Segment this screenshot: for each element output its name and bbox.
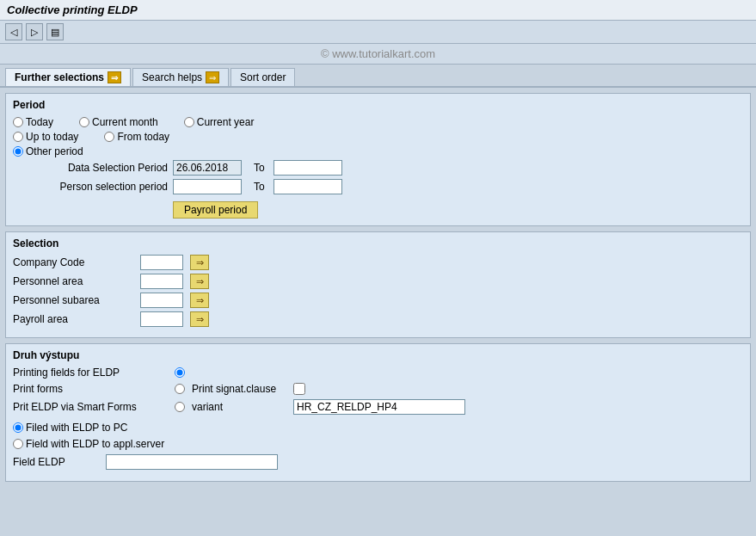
tab-bar: Further selections ⇒ Search helps ⇒ Sort… bbox=[0, 65, 756, 88]
personnel-subarea-arrow-button[interactable]: ⇒ bbox=[190, 293, 209, 308]
print-signat-checkbox[interactable] bbox=[293, 383, 305, 395]
company-code-row: Company Code ⇒ bbox=[13, 255, 743, 270]
print-forms-label: Print forms bbox=[13, 383, 168, 395]
personnel-area-arrow-button[interactable]: ⇒ bbox=[190, 274, 209, 289]
data-selection-from-input[interactable] bbox=[173, 160, 242, 176]
person-selection-to-input[interactable] bbox=[274, 179, 342, 194]
tab-further-selections[interactable]: Further selections ⇒ bbox=[5, 68, 131, 86]
print-forms-row: Print forms Print signat.clause bbox=[13, 383, 743, 395]
tab-sort-order-label: Sort order bbox=[240, 71, 286, 83]
title-bar: Collective printing ELDP bbox=[0, 0, 756, 21]
variant-label: variant bbox=[192, 401, 286, 413]
from-today-radio[interactable] bbox=[104, 132, 114, 142]
person-selection-from-input[interactable] bbox=[173, 179, 242, 194]
prit-smart-forms-label: Prit ELDP via Smart Forms bbox=[13, 401, 168, 413]
personnel-area-label: Personnel area bbox=[13, 275, 133, 287]
printing-fields-label: Printing fields for ELDP bbox=[13, 367, 168, 379]
smart-forms-radio[interactable] bbox=[175, 402, 185, 412]
personnel-subarea-label: Personnel subarea bbox=[13, 294, 133, 306]
filed-pc-radio[interactable] bbox=[13, 422, 23, 433]
payroll-area-input[interactable] bbox=[140, 311, 183, 327]
current-year-radio-label[interactable]: Current year bbox=[184, 116, 255, 128]
smart-forms-row: Prit ELDP via Smart Forms variant bbox=[13, 399, 743, 415]
field-appl-radio[interactable] bbox=[13, 439, 23, 449]
payroll-area-row: Payroll area ⇒ bbox=[13, 311, 743, 327]
tab-search-helps[interactable]: Search helps ⇒ bbox=[132, 68, 229, 86]
personnel-subarea-input[interactable] bbox=[140, 293, 183, 308]
current-month-radio[interactable] bbox=[79, 117, 89, 127]
person-selection-row: Person selection period To bbox=[30, 179, 743, 194]
main-content: Period Today Current month Current year … bbox=[0, 88, 756, 492]
field-appl-label: Field with ELDP to appl.server bbox=[26, 438, 164, 450]
tab-sort-order[interactable]: Sort order bbox=[230, 68, 295, 86]
from-today-radio-label[interactable]: From today bbox=[104, 131, 169, 143]
to-label-1: To bbox=[254, 162, 265, 174]
period-section-title: Period bbox=[13, 99, 743, 111]
from-today-label: From today bbox=[117, 131, 169, 143]
company-code-arrow-button[interactable]: ⇒ bbox=[190, 255, 209, 270]
today-label: Today bbox=[26, 116, 53, 128]
current-month-radio-label[interactable]: Current month bbox=[79, 116, 158, 128]
other-period-row: Other period bbox=[13, 145, 743, 157]
field-eldp-input[interactable] bbox=[106, 454, 278, 470]
filed-pc-row: Filed with ELDP to PC bbox=[13, 422, 743, 434]
personnel-area-input[interactable] bbox=[140, 274, 183, 289]
data-selection-row: Data Selection Period To bbox=[30, 160, 743, 176]
selection-section: Selection Company Code ⇒ Personnel area … bbox=[5, 231, 751, 338]
payroll-area-label: Payroll area bbox=[13, 313, 133, 325]
back-icon[interactable]: ◁ bbox=[5, 23, 22, 40]
other-period-radio-label[interactable]: Other period bbox=[13, 145, 83, 157]
tab-search-helps-label: Search helps bbox=[142, 71, 202, 83]
period-radio-row1: Today Current month Current year bbox=[13, 116, 743, 128]
selection-section-title: Selection bbox=[13, 237, 743, 250]
output-section-title: Druh výstupu bbox=[13, 349, 743, 361]
other-period-radio[interactable] bbox=[13, 146, 23, 157]
payroll-area-arrow-button[interactable]: ⇒ bbox=[190, 311, 209, 327]
printing-fields-radio[interactable] bbox=[175, 367, 185, 378]
variant-input[interactable] bbox=[293, 399, 465, 415]
forward-icon[interactable]: ▷ bbox=[26, 23, 43, 40]
up-to-today-radio[interactable] bbox=[13, 132, 23, 142]
toolbar: ◁ ▷ ▤ bbox=[0, 21, 756, 44]
other-period-label: Other period bbox=[26, 145, 83, 157]
up-to-today-radio-label[interactable]: Up to today bbox=[13, 131, 78, 143]
data-selection-label: Data Selection Period bbox=[30, 162, 168, 174]
data-selection-to-input[interactable] bbox=[274, 160, 342, 176]
further-selections-arrow-icon: ⇒ bbox=[108, 71, 121, 83]
search-helps-arrow-icon: ⇒ bbox=[206, 71, 219, 83]
output-section: Druh výstupu Printing fields for ELDP Pr… bbox=[5, 343, 751, 482]
person-selection-label: Person selection period bbox=[30, 181, 168, 193]
up-to-today-label: Up to today bbox=[26, 131, 78, 143]
printing-fields-row: Printing fields for ELDP bbox=[13, 367, 743, 379]
today-radio[interactable] bbox=[13, 117, 23, 127]
personnel-area-row: Personnel area ⇒ bbox=[13, 274, 743, 289]
current-month-label: Current month bbox=[92, 116, 158, 128]
filed-pc-label: Filed with ELDP to PC bbox=[26, 422, 128, 434]
field-appl-row: Field with ELDP to appl.server bbox=[13, 438, 743, 450]
save-icon[interactable]: ▤ bbox=[46, 23, 64, 40]
payroll-period-button[interactable]: Payroll period bbox=[173, 201, 258, 219]
app-title: Collective printing ELDP bbox=[7, 3, 138, 16]
personnel-subarea-row: Personnel subarea ⇒ bbox=[13, 293, 743, 308]
filed-section: Filed with ELDP to PC Field with ELDP to… bbox=[13, 422, 743, 470]
field-appl-radio-label[interactable]: Field with ELDP to appl.server bbox=[13, 438, 164, 450]
to-label-2: To bbox=[254, 181, 265, 193]
print-forms-radio[interactable] bbox=[175, 384, 185, 394]
filed-pc-radio-label[interactable]: Filed with ELDP to PC bbox=[13, 422, 128, 434]
company-code-label: Company Code bbox=[13, 256, 133, 268]
period-radio-row2: Up to today From today bbox=[13, 131, 743, 143]
current-year-radio[interactable] bbox=[184, 117, 194, 127]
field-eldp-row: Field ELDP bbox=[13, 454, 743, 470]
print-signat-label: Print signat.clause bbox=[192, 383, 286, 395]
watermark: © www.tutorialkart.com bbox=[0, 44, 756, 65]
today-radio-label[interactable]: Today bbox=[13, 116, 53, 128]
period-section: Period Today Current month Current year … bbox=[5, 93, 751, 226]
field-eldp-label: Field ELDP bbox=[13, 456, 99, 468]
company-code-input[interactable] bbox=[140, 255, 183, 270]
tab-further-selections-label: Further selections bbox=[15, 71, 104, 83]
current-year-label: Current year bbox=[197, 116, 255, 128]
